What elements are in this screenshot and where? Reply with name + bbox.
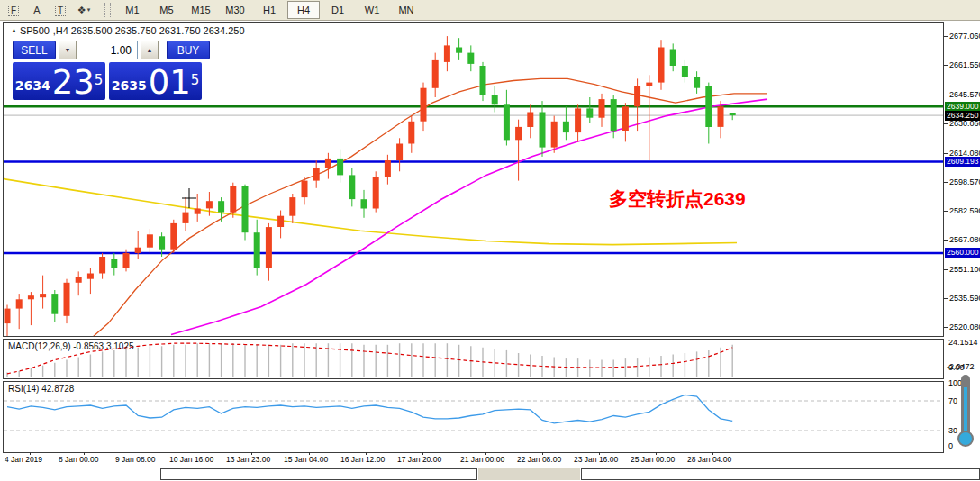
quote-ohlc-values: 2635.500 2635.750 2631.750 2634.250 bbox=[71, 25, 245, 36]
toolbar-grip[interactable] bbox=[104, 3, 111, 17]
price-axis-label: 2598.570 bbox=[949, 177, 980, 186]
date-axis-tick bbox=[422, 452, 423, 455]
date-axis-tick bbox=[141, 452, 141, 455]
price-axis-label: 2567.080 bbox=[949, 235, 980, 244]
macd-axis-label: 24.1514 bbox=[948, 338, 978, 347]
date-axis-tick bbox=[599, 452, 600, 455]
date-axis-tick bbox=[542, 452, 543, 455]
price-axis-label: 2661.550 bbox=[949, 60, 980, 69]
spin-up-icon: ▲ bbox=[147, 47, 153, 53]
price-axis-label: 2582.590 bbox=[949, 206, 980, 215]
thermometer-icon bbox=[955, 375, 976, 458]
price-axis-tick bbox=[944, 269, 948, 270]
price-axis-label: 2614.080 bbox=[949, 149, 980, 158]
price-axis-label: 2677.060 bbox=[949, 32, 980, 41]
rsi-axis-label: 0 bbox=[948, 441, 953, 450]
price-badge: 2560.000 bbox=[945, 248, 980, 258]
arrows-icon[interactable]: ❖▾ bbox=[74, 2, 94, 18]
price-axis-tick bbox=[944, 65, 948, 66]
sell-price-sup: 5 bbox=[95, 67, 104, 94]
volume-decrease-button[interactable]: ▼ bbox=[59, 41, 77, 59]
macd-chart[interactable] bbox=[4, 340, 943, 378]
timeframe-button-MN[interactable]: MN bbox=[390, 1, 422, 19]
buy-price-big: 01 bbox=[149, 68, 191, 97]
fibonacci-icon[interactable]: F bbox=[4, 2, 23, 18]
timeframe-button-M5[interactable]: M5 bbox=[150, 1, 183, 19]
crosshair-cursor bbox=[182, 188, 196, 208]
price-axis-label: 2645.570 bbox=[949, 90, 980, 99]
volume-increase-button[interactable]: ▲ bbox=[141, 41, 159, 59]
sell-price-big: 23 bbox=[52, 68, 95, 97]
scrollbar-segment[interactable] bbox=[581, 468, 980, 480]
date-axis-tick bbox=[251, 452, 252, 455]
date-axis-label: 28 Jan 04:00 bbox=[687, 455, 731, 464]
price-axis-tick bbox=[944, 36, 948, 37]
price-axis-tick bbox=[944, 182, 948, 183]
date-axis-label: 21 Jan 00:00 bbox=[460, 455, 504, 464]
horizontal-scrollbar[interactable] bbox=[0, 467, 980, 481]
date-axis-label: 23 Jan 16:00 bbox=[574, 455, 618, 464]
sell-price-box[interactable]: 2634235 bbox=[13, 62, 105, 100]
macd-panel[interactable]: MACD(12,26,9) -0.8563 3.1025 bbox=[3, 339, 944, 379]
one-click-trading-panel: SELL ▼ 1.00 ▲ BUY 2634235 2635015 bbox=[13, 41, 210, 100]
date-axis-tick bbox=[712, 452, 713, 455]
date-axis-tick bbox=[656, 452, 657, 455]
scrollbar-segment[interactable] bbox=[160, 468, 477, 480]
dropdown-arrow-icon: ▾ bbox=[87, 6, 91, 14]
sell-price-main: 2634 bbox=[15, 74, 50, 97]
buy-price-sup: 5 bbox=[191, 67, 200, 94]
volume-input[interactable]: 1.00 bbox=[77, 41, 138, 59]
spin-down-icon: ▼ bbox=[65, 47, 71, 53]
date-axis-label: 15 Jan 04:00 bbox=[284, 455, 328, 464]
timeframe-button-W1[interactable]: W1 bbox=[356, 1, 388, 19]
date-axis: 4 Jan 20198 Jan 00:009 Jan 08:0010 Jan 1… bbox=[3, 453, 944, 466]
price-axis-tick bbox=[944, 123, 948, 124]
ma-magenta bbox=[171, 99, 767, 334]
price-badge: 2609.193 bbox=[945, 157, 980, 167]
date-axis-label: 25 Jan 00:00 bbox=[631, 455, 675, 464]
buy-price-box[interactable]: 2635015 bbox=[109, 62, 202, 100]
buy-button[interactable]: BUY bbox=[167, 41, 210, 59]
collapse-arrow-icon[interactable]: ▲ bbox=[11, 27, 17, 33]
date-axis-label: 16 Jan 12:00 bbox=[340, 455, 385, 464]
rsi-chart[interactable] bbox=[4, 382, 943, 452]
date-axis-label: 13 Jan 23:00 bbox=[226, 455, 270, 464]
date-axis-tick bbox=[309, 452, 310, 455]
text-label-icon[interactable]: T bbox=[50, 2, 70, 18]
price-axis-label: 2551.100 bbox=[949, 265, 980, 274]
price-axis-tick bbox=[944, 95, 948, 95]
timeframe-button-H1[interactable]: H1 bbox=[253, 1, 286, 19]
chart-annotation: 多空转折点2639 bbox=[609, 186, 746, 212]
buy-price-main: 2635 bbox=[112, 74, 147, 97]
price-axis-tick bbox=[944, 153, 948, 154]
price-axis-tick bbox=[944, 240, 948, 240]
rsi-panel[interactable]: RSI(14) 42.8728 bbox=[3, 381, 944, 453]
timeframe-button-M1[interactable]: M1 bbox=[116, 1, 149, 19]
price-axis-tick bbox=[944, 327, 948, 328]
macd-label: MACD(12,26,9) -0.8563 3.1025 bbox=[8, 341, 134, 351]
main-chart-panel[interactable]: ▲SP500-,H4 2635.500 2635.750 2631.750 26… bbox=[3, 22, 944, 337]
date-axis-tick bbox=[366, 452, 367, 455]
date-axis-tick bbox=[485, 452, 486, 455]
timeframe-button-M30[interactable]: M30 bbox=[219, 1, 251, 19]
date-axis-label: 17 Jan 20:00 bbox=[397, 455, 441, 464]
price-axis-tick bbox=[944, 298, 948, 299]
timeframe-button-M15[interactable]: M15 bbox=[185, 1, 217, 19]
thermometer-bulb bbox=[957, 431, 974, 447]
date-axis-label: 22 Jan 08:00 bbox=[517, 455, 561, 464]
date-axis-tick bbox=[84, 452, 85, 455]
date-axis-label: 10 Jan 16:00 bbox=[169, 455, 213, 464]
symbol-timeframe-label: SP500-,H4 bbox=[20, 25, 68, 36]
drawing-tools-group: FAT❖▾ bbox=[4, 2, 97, 18]
timeframe-button-D1[interactable]: D1 bbox=[322, 1, 354, 19]
price-badge: 2634.250 bbox=[945, 111, 980, 121]
text-icon[interactable]: A bbox=[27, 2, 47, 18]
date-axis-tick bbox=[195, 452, 195, 455]
date-axis-label: 9 Jan 08:00 bbox=[115, 455, 155, 464]
scrollbar-thumb[interactable] bbox=[478, 468, 580, 480]
timeframe-button-H4[interactable]: H4 bbox=[287, 1, 320, 19]
price-axis-label: 2535.590 bbox=[949, 294, 980, 303]
quote-header: ▲SP500-,H4 2635.500 2635.750 2631.750 26… bbox=[11, 25, 245, 36]
sell-button[interactable]: SELL bbox=[13, 41, 56, 59]
timeframe-toolbar: M1M5M15M30H1H4D1W1MN bbox=[116, 1, 424, 19]
